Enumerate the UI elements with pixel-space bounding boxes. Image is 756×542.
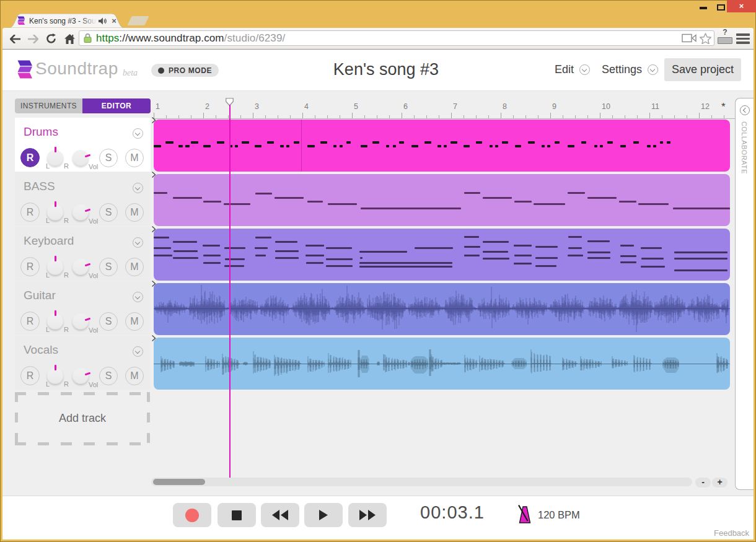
track-record-button[interactable]: R bbox=[20, 257, 40, 276]
edit-menu[interactable]: Edit bbox=[555, 63, 590, 76]
track-volume-knob[interactable] bbox=[73, 368, 89, 384]
track-row-keyboard[interactable]: KeyboardRLRVolSM bbox=[15, 227, 151, 281]
settings-menu[interactable]: Settings bbox=[602, 63, 658, 76]
zoom-in-button[interactable]: + bbox=[712, 478, 727, 487]
clip-drums[interactable] bbox=[154, 120, 730, 172]
home-button[interactable] bbox=[60, 28, 79, 50]
clip-handle-icon[interactable] bbox=[151, 335, 156, 341]
track-solo-button[interactable]: S bbox=[99, 258, 118, 276]
clip-keyboard[interactable] bbox=[154, 229, 730, 281]
horizontal-scrollbar[interactable] bbox=[151, 478, 692, 486]
address-bar[interactable]: https://www.soundtrap.com/studio/6239/ bbox=[79, 30, 714, 46]
track-volume-knob[interactable] bbox=[73, 204, 89, 221]
ruler-minor-tick bbox=[674, 115, 675, 118]
track-chevron-down-icon[interactable] bbox=[133, 346, 143, 357]
extension-bar bbox=[718, 37, 732, 44]
track-chevron-down-icon[interactable] bbox=[133, 128, 143, 139]
zoom-out-button[interactable]: - bbox=[695, 478, 711, 487]
track-record-button[interactable]: R bbox=[20, 203, 40, 222]
track-row-guitar[interactable]: GuitarRLRVolSM bbox=[15, 281, 151, 335]
track-record-button[interactable]: R bbox=[20, 366, 40, 385]
track-chevron-down-icon[interactable] bbox=[133, 183, 143, 193]
fast-forward-button[interactable] bbox=[348, 503, 387, 527]
play-icon bbox=[319, 510, 328, 520]
scrollbar-thumb[interactable] bbox=[153, 479, 205, 485]
ruler-bar-number: 12 bbox=[701, 102, 710, 111]
tab-close-icon[interactable]: × bbox=[110, 16, 118, 25]
playhead-line bbox=[229, 105, 231, 478]
clip-vocals[interactable] bbox=[154, 338, 730, 390]
cast-camera-icon[interactable] bbox=[682, 33, 697, 43]
reload-button[interactable] bbox=[42, 28, 60, 50]
ruler-bar-number: 8 bbox=[503, 102, 507, 111]
edit-chevron-down-icon bbox=[579, 64, 590, 75]
track-chevron-down-icon[interactable] bbox=[133, 292, 143, 302]
collaborate-panel[interactable]: COLLABORATE bbox=[735, 98, 754, 490]
tab-editor[interactable]: EDITOR bbox=[82, 98, 151, 113]
ruler-minor-tick bbox=[625, 115, 625, 118]
track-row-vocals[interactable]: VocalsRLRVolSM bbox=[15, 336, 151, 390]
chrome-menu-icon[interactable] bbox=[736, 33, 750, 44]
bpm-display[interactable]: 120 BPM bbox=[538, 509, 580, 521]
window-close-button[interactable]: × bbox=[727, 0, 756, 12]
track-mute-button[interactable]: M bbox=[125, 367, 144, 385]
collaborate-chevron-left-icon[interactable] bbox=[740, 105, 750, 115]
back-button[interactable] bbox=[6, 28, 25, 50]
tab-audio-icon[interactable] bbox=[99, 17, 107, 25]
url-text[interactable]: https://www.soundtrap.com/studio/6239/ bbox=[96, 32, 285, 45]
https-lock-icon[interactable] bbox=[84, 33, 92, 43]
track-solo-button[interactable]: S bbox=[99, 367, 118, 385]
clip-content-guitar bbox=[154, 283, 730, 335]
window-maximize-button[interactable] bbox=[717, 4, 725, 11]
ruler-bar-number: 6 bbox=[403, 102, 408, 111]
record-button[interactable] bbox=[173, 503, 211, 527]
window-minimize-button[interactable] bbox=[700, 7, 707, 9]
knob-indicator bbox=[55, 365, 56, 370]
track-solo-button[interactable]: S bbox=[99, 312, 118, 331]
track-solo-button[interactable]: S bbox=[99, 203, 118, 222]
add-track-button[interactable]: Add track bbox=[15, 392, 150, 445]
track-chevron-down-icon[interactable] bbox=[133, 237, 143, 248]
forward-button[interactable] bbox=[24, 28, 42, 50]
ruler-minor-tick bbox=[513, 115, 514, 118]
clip-handle-icon[interactable] bbox=[151, 226, 156, 232]
app-header: Soundtrap beta PRO MODE Ken's song #3 Ed… bbox=[2, 50, 754, 91]
track-volume-knob[interactable] bbox=[73, 313, 89, 330]
extension-icon[interactable]: ? bbox=[717, 29, 733, 48]
ruler-minor-tick bbox=[612, 115, 613, 118]
ruler-minor-tick bbox=[464, 115, 464, 118]
volume-label: Vol bbox=[89, 326, 98, 334]
tab-instruments[interactable]: INSTRUMENTS bbox=[15, 98, 82, 113]
track-row-drums[interactable]: DrumsRLRVolSM bbox=[15, 118, 151, 172]
clip-guitar[interactable] bbox=[154, 283, 730, 335]
track-volume-knob[interactable] bbox=[73, 150, 89, 166]
track-record-button[interactable]: R bbox=[20, 148, 40, 167]
new-tab-button[interactable] bbox=[127, 16, 149, 25]
clip-bass[interactable] bbox=[154, 174, 730, 226]
track-mute-button[interactable]: M bbox=[125, 203, 144, 222]
track-solo-button[interactable]: S bbox=[99, 149, 118, 167]
clip-handle-icon[interactable] bbox=[151, 117, 156, 123]
ruler-minor-tick bbox=[439, 115, 439, 118]
track-row-bass[interactable]: BASSRLRVolSM bbox=[15, 172, 151, 226]
track-name: BASS bbox=[24, 180, 55, 193]
track-mute-button[interactable]: M bbox=[125, 258, 144, 276]
metronome-icon[interactable] bbox=[516, 505, 534, 524]
track-volume-knob[interactable] bbox=[73, 259, 89, 275]
track-mute-button[interactable]: M bbox=[125, 312, 144, 331]
track-record-button[interactable]: R bbox=[20, 312, 40, 331]
clip-handle-icon[interactable] bbox=[151, 281, 156, 287]
volume-label: Vol bbox=[89, 272, 98, 279]
timeline-ruler[interactable]: * 123456789101112 bbox=[151, 91, 737, 118]
ruler-minor-tick bbox=[377, 115, 377, 118]
feedback-link[interactable]: Feedback bbox=[714, 528, 751, 538]
stop-button[interactable] bbox=[218, 503, 256, 527]
collaborate-label: COLLABORATE bbox=[741, 121, 748, 174]
clip-handle-icon[interactable] bbox=[151, 172, 156, 178]
ruler-major-tick bbox=[352, 113, 353, 118]
track-mute-button[interactable]: M bbox=[125, 149, 144, 167]
bookmark-star-icon[interactable] bbox=[700, 33, 711, 44]
save-project-button[interactable]: Save project bbox=[664, 58, 741, 81]
play-button[interactable] bbox=[304, 503, 343, 527]
rewind-button[interactable] bbox=[261, 503, 299, 527]
